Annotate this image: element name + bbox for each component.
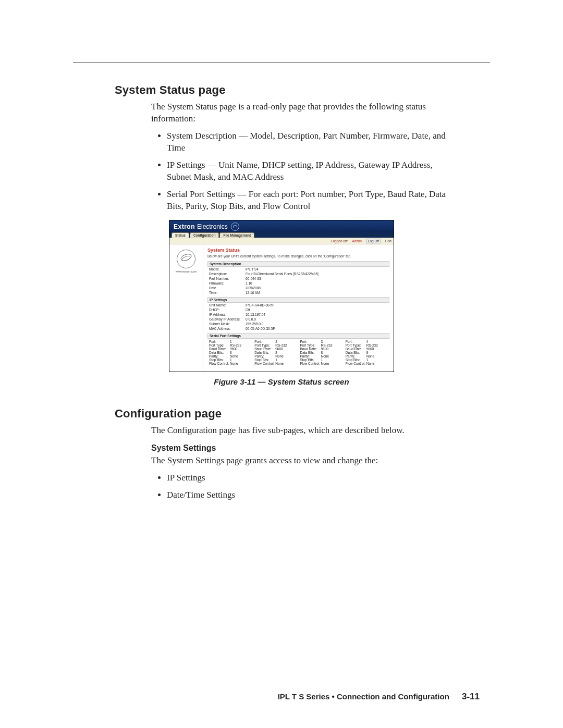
port-row: Port Type:RS-232 <box>254 343 297 347</box>
document-page: System Status page The System Status pag… <box>0 0 563 728</box>
serial-port-column: Port:1Port Type:RS-232Baud Rate:9600Data… <box>209 340 251 365</box>
port-value: 1 <box>230 340 251 343</box>
contact-link[interactable]: Con <box>385 239 391 243</box>
log-off-button[interactable]: Log Off <box>366 239 381 243</box>
paragraph-intro: The System Status page is a read-only pa… <box>151 101 464 125</box>
kv-row: Gateway IP Address:0.0.0.0 <box>207 317 389 322</box>
panel-description: Below are your Unit's current system set… <box>207 254 389 258</box>
kv-row: Model:IPL T S4 <box>207 267 389 272</box>
ss-tab-row: Status Configuration File Management <box>169 232 394 238</box>
page-footer: IPL T S Series • Connection and Configur… <box>83 692 480 702</box>
list-item: Date/Time Settings <box>167 489 459 501</box>
port-label: Parity: <box>209 354 230 358</box>
port-value: None <box>366 362 388 365</box>
paragraph-system-settings: The System Settings page grants access t… <box>151 455 464 467</box>
kv-row: Description:Four Bi-Directional Serial P… <box>207 272 389 276</box>
port-row: Stop Bits:1 <box>209 358 251 362</box>
port-label: Stop Bits: <box>209 358 230 362</box>
port-label: Stop Bits: <box>300 358 321 362</box>
kv-label: Date <box>209 286 246 290</box>
paragraph-config-intro: The Configuration page has five sub-page… <box>151 425 464 437</box>
port-value: 4 <box>366 340 388 343</box>
kv-row: MAC Address:00-05-A6-0D-30-5F <box>207 326 389 331</box>
block-header-ip-settings: IP Settings <box>207 297 389 303</box>
port-value: 9600 <box>321 347 342 351</box>
port-row: Data Bits:8 <box>300 351 342 354</box>
port-label: Port Type: <box>209 343 230 347</box>
system-description-block: Model:IPL T S4Description:Four Bi-Direct… <box>207 267 389 295</box>
kv-value: IPL-T-S4-0D-30-5F <box>246 303 388 307</box>
port-label: Flow Control: <box>300 362 321 365</box>
port-label: Baud Rate: <box>254 347 275 351</box>
ip-settings-block: Unit Name:IPL-T-S4-0D-30-5FDHCP:OffIP Ad… <box>207 303 389 331</box>
tab-configuration[interactable]: Configuration <box>190 232 219 238</box>
embedded-screenshot-system-status: Extron Electronics Status Configuration … <box>169 220 394 372</box>
port-label: Parity: <box>346 354 366 358</box>
ss-brand-bar: Extron Electronics <box>169 220 394 232</box>
port-row: Port:3 <box>300 340 342 343</box>
list-item: System Description — Model, Description,… <box>167 130 459 154</box>
port-row: Parity:None <box>209 354 251 358</box>
tab-status[interactable]: Status <box>172 232 189 238</box>
kv-value: Four Bi-Directional Serial Ports [RS232/… <box>246 272 388 276</box>
footer-page-number: 3-11 <box>462 692 480 701</box>
port-row: Flow Control:None <box>346 362 388 365</box>
port-label: Stop Bits: <box>254 358 275 362</box>
port-label: Flow Control: <box>209 362 230 365</box>
port-value: None <box>275 362 297 365</box>
port-label: Baud Rate: <box>300 347 321 351</box>
port-row: Baud Rate:9600 <box>300 347 342 351</box>
kv-value: 60-544-83 <box>246 277 388 280</box>
port-row: Baud Rate:9600 <box>209 347 251 351</box>
serial-port-column: Port:4Port Type:RS-232Baud Rate:9600Data… <box>346 340 388 365</box>
port-label: Port Type: <box>346 343 366 347</box>
port-row: Port Type:RS-232 <box>346 343 388 347</box>
kv-label: DHCP: <box>209 308 246 312</box>
port-label: Port Type: <box>300 343 321 347</box>
figure-caption: Figure 3-11 — System Status screen <box>83 377 480 386</box>
port-row: Stop Bits:1 <box>254 358 297 362</box>
port-value: 1 <box>275 358 297 362</box>
kv-value: IPL T S4 <box>246 267 388 271</box>
kv-value: 1.10 <box>246 281 388 285</box>
port-row: Flow Control:None <box>209 362 251 365</box>
port-value: 1 <box>321 358 342 362</box>
port-label: Port: <box>346 340 366 343</box>
brand-extron: Extron <box>174 223 195 230</box>
kv-row: Firmware:1.10 <box>207 281 389 286</box>
port-label: Stop Bits: <box>346 358 366 362</box>
sidebar-url[interactable]: www.extron.com <box>170 270 202 273</box>
port-label: Port Type: <box>254 343 275 347</box>
block-header-serial-port-settings: Serial Port Settings <box>207 333 389 339</box>
port-row: Data Bits:8 <box>346 351 388 354</box>
port-label: Data Bits: <box>300 351 321 354</box>
tab-file-management[interactable]: File Management <box>219 232 254 238</box>
panel-title: System Status <box>207 248 389 253</box>
port-value: 8 <box>230 351 251 354</box>
kv-label: Subnet Mask: <box>209 322 246 326</box>
port-label: Parity: <box>254 354 275 358</box>
port-value: 8 <box>275 351 297 354</box>
port-label: Data Bits: <box>254 351 275 354</box>
port-value: RS-232 <box>321 343 342 347</box>
kv-label: Model: <box>209 267 246 271</box>
port-row: Parity:None <box>346 354 388 358</box>
heading-configuration-page: Configuration page <box>115 407 480 421</box>
port-label: Data Bits: <box>209 351 230 354</box>
port-label: Port: <box>254 340 275 343</box>
serial-port-column: Port:3Port Type:RS-232Baud Rate:9600Data… <box>300 340 342 365</box>
kv-value: Off <box>246 308 388 312</box>
kv-row: Part Number:60-544-83 <box>207 276 389 281</box>
port-value: 1 <box>366 358 388 362</box>
port-value: RS-232 <box>230 343 251 347</box>
serial-port-column: Port:2Port Type:RS-232Baud Rate:9600Data… <box>254 340 297 365</box>
brand-electronics: Electronics <box>197 223 228 230</box>
kv-label: Firmware: <box>209 281 246 285</box>
port-label: Flow Control: <box>346 362 366 365</box>
kv-row: DHCP:Off <box>207 307 389 312</box>
port-row: Parity:None <box>254 354 297 358</box>
port-row: Stop Bits:1 <box>300 358 342 362</box>
kv-row: Date2/05/2008 <box>207 286 389 290</box>
list-item: IP Settings <box>167 472 459 484</box>
port-row: Stop Bits:1 <box>346 358 388 362</box>
